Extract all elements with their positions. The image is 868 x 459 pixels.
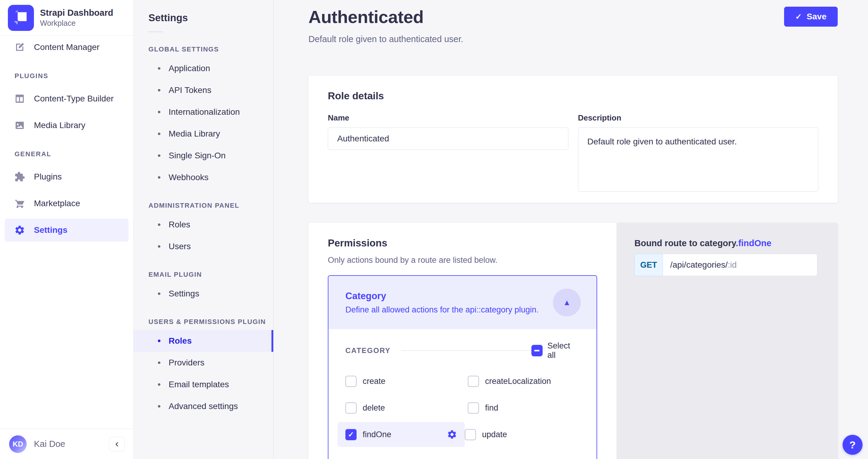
checkbox-unchecked[interactable] (465, 429, 476, 440)
subnav-item-label: Media Library (169, 129, 220, 139)
permission-findOne[interactable]: ✓ findOne (338, 422, 465, 447)
permission-update[interactable]: update (465, 427, 580, 442)
nav-item-plugins[interactable]: Plugins (5, 165, 128, 188)
route-display: GET /api/categories/:id (634, 254, 817, 276)
subnav-item-media-library[interactable]: Media Library (134, 123, 273, 145)
bullet-icon (158, 336, 161, 346)
collapse-nav-button[interactable]: ‹ (109, 437, 125, 452)
permissions-card: Permissions Only actions bound by a rout… (308, 223, 617, 459)
subnav-item-up-roles[interactable]: Roles (134, 330, 273, 352)
role-details-heading: Role details (328, 90, 818, 102)
user-name: Kai Doe (34, 439, 65, 449)
role-details-card: Role details Name Description Default ro… (308, 76, 838, 203)
subnav-item-internationalization[interactable]: Internationalization (134, 101, 273, 123)
permission-delete[interactable]: delete (345, 400, 468, 415)
description-label: Description (578, 113, 818, 123)
subnav-item-api-tokens[interactable]: API Tokens (134, 79, 273, 101)
subnav-item-admin-roles[interactable]: Roles (134, 214, 273, 235)
permissions-grid-row: ✓ findOne (345, 427, 580, 442)
subnav-item-label: Users (169, 241, 191, 251)
subnav-item-advanced-settings[interactable]: Advanced settings (134, 395, 273, 417)
check-icon: ✓ (348, 430, 354, 439)
nav-item-label: Media Library (34, 121, 86, 130)
content-type-builder-icon (14, 93, 26, 104)
permission-label: delete (363, 403, 385, 413)
permissions-grid-row: create createLocalization (345, 374, 580, 389)
subnav-item-email-templates[interactable]: Email templates (134, 373, 273, 395)
nav-item-media-library[interactable]: Media Library (5, 114, 128, 137)
subnav-item-label: Advanced settings (169, 401, 238, 411)
permission-create[interactable]: create (345, 374, 468, 389)
checkbox-checked[interactable]: ✓ (345, 429, 356, 440)
permission-label: createLocalization (485, 376, 551, 386)
nav-section-general: GENERAL (14, 150, 133, 158)
page-title: Authenticated (308, 7, 463, 27)
triangle-up-icon: ▲ (563, 298, 571, 307)
name-input[interactable] (328, 128, 568, 150)
subnav-title: Settings (134, 0, 273, 24)
bullet-icon (158, 401, 161, 412)
nav-item-content-type-builder[interactable]: Content-Type Builder (5, 87, 128, 110)
category-accordion-text: Category Define all allowed actions for … (345, 291, 539, 315)
accordion-collapse-button[interactable]: ▲ (553, 289, 581, 317)
plugins-puzzle-icon (14, 171, 26, 183)
subnav-item-email-settings[interactable]: Settings (134, 283, 273, 304)
subnav-item-label: Application (169, 64, 210, 73)
subnav-section-administration-panel: ADMINISTRATION PANEL (149, 202, 273, 209)
category-accordion-header[interactable]: Category Define all allowed actions for … (329, 276, 596, 329)
nav-item-content-manager[interactable]: Content Manager (5, 36, 128, 59)
name-label: Name (328, 113, 568, 123)
bullet-icon (158, 289, 161, 299)
subnav-item-label: Webhooks (169, 172, 209, 182)
check-icon: ✓ (795, 12, 802, 22)
bullet-icon (158, 107, 161, 117)
permission-find[interactable]: find (468, 400, 580, 415)
bullet-icon (158, 63, 161, 73)
checkbox-unchecked[interactable] (468, 402, 479, 414)
help-button[interactable]: ? (842, 435, 863, 455)
subnav-item-single-sign-on[interactable]: Single Sign-On (134, 145, 273, 166)
permissions-grid: create createLocalization de (345, 374, 580, 442)
route-path-base: /api/categories/ (670, 260, 728, 270)
http-method-badge: GET (634, 254, 663, 276)
subnav-section-global-settings: GLOBAL SETTINGS (149, 45, 273, 53)
permission-label: find (485, 403, 498, 413)
workspace-header[interactable]: Strapi Dashboard Workplace (0, 0, 133, 36)
checkbox-unchecked[interactable] (345, 376, 356, 387)
permission-settings-gear-icon[interactable] (446, 429, 458, 440)
nav-item-settings[interactable]: Settings (5, 219, 128, 241)
permission-createLocalization[interactable]: createLocalization (468, 374, 580, 389)
permissions-heading: Permissions (328, 237, 597, 249)
checkbox-unchecked[interactable] (345, 402, 356, 414)
nav-section-plugins: PLUGINS (14, 72, 133, 80)
avatar[interactable]: KD (9, 435, 27, 453)
media-library-icon (14, 120, 26, 131)
nav-item-marketplace[interactable]: Marketplace (5, 192, 128, 215)
name-field-group: Name (328, 113, 568, 193)
select-all-checkbox-indeterminate[interactable] (531, 345, 542, 356)
save-button[interactable]: ✓ Save (784, 7, 838, 27)
description-textarea[interactable]: Default role given to authenticated user… (578, 128, 818, 192)
brand-title: Strapi Dashboard (40, 7, 113, 18)
permissions-subtitle: Only actions bound by a route are listed… (328, 256, 597, 265)
question-mark-icon: ? (849, 439, 856, 451)
subnav-item-application[interactable]: Application (134, 58, 273, 79)
bullet-icon (158, 380, 161, 390)
checkbox-unchecked[interactable] (468, 376, 479, 387)
route-path-param: :id (728, 260, 737, 270)
brand-subtitle: Workplace (40, 18, 113, 28)
subnav-divider (149, 32, 163, 32)
subnav-item-webhooks[interactable]: Webhooks (134, 166, 273, 188)
select-all-control[interactable]: Select all (531, 341, 580, 360)
bullet-icon (158, 151, 161, 161)
permissions-section: Permissions Only actions bound by a rout… (308, 223, 838, 459)
category-group-label: CATEGORY (345, 347, 391, 355)
subnav-item-admin-users[interactable]: Users (134, 235, 273, 257)
subnav-section-email-plugin: EMAIL PLUGIN (149, 271, 273, 278)
role-details-fields: Name Description Default role given to a… (328, 113, 818, 193)
description-field-group: Description Default role given to authen… (578, 113, 818, 193)
subnav-item-providers[interactable]: Providers (134, 352, 273, 373)
subnav-item-label: Internationalization (169, 107, 240, 117)
save-button-label: Save (807, 12, 827, 22)
nav-item-label: Content-Type Builder (34, 94, 114, 103)
